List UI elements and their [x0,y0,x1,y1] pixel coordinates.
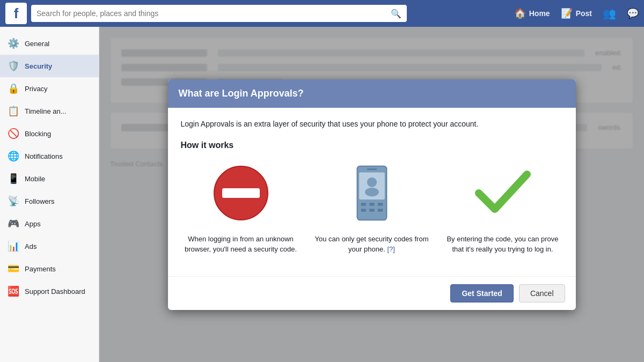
step1-text: When logging in from an unknown browser,… [181,234,301,255]
cancel-button[interactable]: Cancel [519,284,565,302]
mobile-icon: 📱 [8,173,19,184]
post-label: Post [576,9,592,18]
svg-rect-12 [367,168,376,170]
sidebar-item-apps[interactable]: 🎮 Apps [0,212,99,235]
friends-icon[interactable]: 👥 [603,7,616,20]
sidebar-item-timeline[interactable]: 📋 Timeline an... [0,100,99,122]
modal-title: What are Login Approvals? [179,88,565,99]
modal-footer: Get Started Cancel [168,276,576,310]
payments-icon: 💳 [8,263,19,275]
block-icon: 🚫 [8,128,19,139]
support-icon: 🆘 [8,285,19,297]
sidebar-item-security[interactable]: 🛡️ Security [0,55,99,77]
step3-text: By entering the code, you can prove that… [443,234,563,255]
svg-point-4 [367,177,376,187]
sidebar-label-privacy: Privacy [25,85,48,93]
phone-icon [350,164,393,223]
sidebar-item-mobile[interactable]: 📱 Mobile [0,167,99,190]
svg-point-5 [365,187,379,196]
search-input[interactable] [36,9,391,18]
stop-sign-icon [211,164,270,223]
sidebar-label-apps: Apps [25,220,41,228]
svg-rect-1 [222,188,260,198]
svg-rect-10 [369,209,374,212]
sidebar-item-general[interactable]: ⚙️ General [0,32,99,55]
steps-row: When logging in from an unknown browser,… [181,161,563,255]
step1-icon-area [209,161,273,225]
step2-icon-area [340,161,404,225]
sidebar-label-followers: Followers [25,197,55,205]
sidebar-label-security: Security [25,62,52,70]
sidebar-item-followers[interactable]: 📡 Followers [0,190,99,212]
modal-header: What are Login Approvals? [168,79,576,108]
ads-icon: 📊 [8,240,19,252]
sidebar-label-blocking: Blocking [25,130,51,138]
svg-rect-6 [361,203,365,206]
sidebar: ⚙️ General 🛡️ Security 🔒 Privacy 📋 Timel… [0,27,99,362]
help-link[interactable]: [?] [387,245,394,253]
search-bar[interactable]: 🔍 [31,5,407,22]
sidebar-item-privacy[interactable]: 🔒 Privacy [0,77,99,100]
home-icon: 🏠 [514,8,526,19]
sidebar-label-payments: Payments [25,265,56,273]
modal-body: Login Approvals is an extra layer of sec… [168,108,576,276]
step2-text: You can only get security codes from you… [312,234,432,255]
timeline-icon: 📋 [8,105,19,117]
sidebar-label-ads: Ads [25,242,36,250]
svg-rect-11 [378,209,383,212]
sidebar-label-support: Support Dashboard [25,287,85,295]
content-area: enabled. ed. access my account from [99,27,644,362]
sidebar-label-general: General [25,40,49,48]
step-unknown-browser: When logging in from an unknown browser,… [181,161,301,255]
svg-rect-7 [369,203,374,206]
home-link[interactable]: 🏠 Home [514,8,550,19]
how-it-works-title: How it works [181,141,563,150]
home-label: Home [529,9,550,18]
people-icon: 👥 [603,7,616,20]
sidebar-item-ads[interactable]: 📊 Ads [0,235,99,257]
apps-icon: 🎮 [8,218,19,230]
chat-icon: 💬 [627,8,639,19]
svg-rect-8 [378,203,383,206]
sidebar-label-timeline: Timeline an... [25,107,67,115]
globe-icon: 🌐 [8,150,19,162]
sidebar-label-notifications: Notifications [25,152,63,160]
login-approvals-modal: What are Login Approvals? Login Approval… [168,79,576,310]
top-nav: f 🔍 🏠 Home 📝 Post 👥 💬 [0,0,644,27]
main-layout: ⚙️ General 🛡️ Security 🔒 Privacy 📋 Timel… [0,27,644,362]
sidebar-label-mobile: Mobile [25,175,45,183]
facebook-logo: f [5,3,27,24]
gear-icon: ⚙️ [8,38,19,49]
post-link[interactable]: 📝 Post [561,8,592,19]
sidebar-item-blocking[interactable]: 🚫 Blocking [0,122,99,145]
search-icon[interactable]: 🔍 [391,9,401,19]
post-icon: 📝 [561,8,573,19]
messages-icon[interactable]: 💬 [627,8,639,19]
followers-icon: 📡 [8,195,19,207]
step-enter-code: By entering the code, you can prove that… [443,161,563,255]
sidebar-item-support[interactable]: 🆘 Support Dashboard [0,280,99,302]
shield-icon: 🛡️ [8,60,19,72]
step3-icon-area [471,161,535,225]
svg-rect-9 [361,209,365,212]
modal-description: Login Approvals is an extra layer of sec… [181,119,563,130]
checkmark-icon [473,169,532,217]
lock-icon: 🔒 [8,83,19,94]
sidebar-item-payments[interactable]: 💳 Payments [0,257,99,280]
step-security-code: You can only get security codes from you… [312,161,432,255]
sidebar-item-notifications[interactable]: 🌐 Notifications [0,145,99,167]
modal-overlay: What are Login Approvals? Login Approval… [99,27,644,362]
get-started-button[interactable]: Get Started [450,284,513,302]
nav-links: 🏠 Home 📝 Post 👥 💬 [514,7,639,20]
